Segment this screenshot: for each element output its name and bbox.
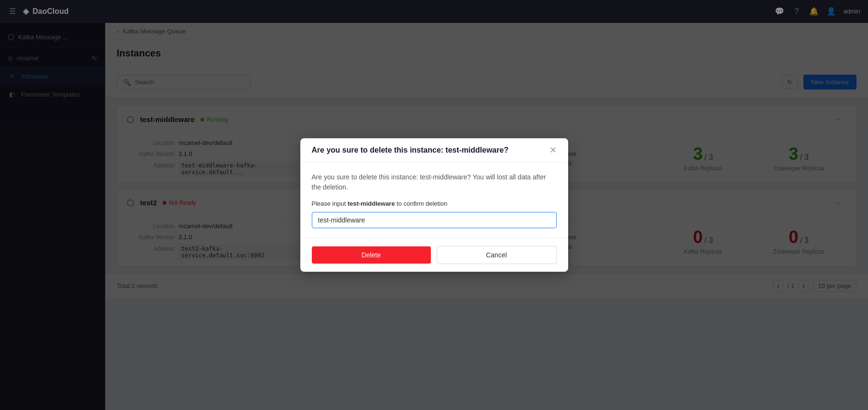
modal-body: Are you sure to delete this instance: te…: [300, 163, 568, 238]
delete-button[interactable]: Delete: [312, 246, 431, 264]
confirm-prefix: Please input: [312, 200, 348, 207]
modal-header: Are you sure to delete this instance: te…: [300, 138, 568, 163]
confirm-suffix: to confirm deletion: [395, 200, 448, 207]
modal-description: Are you sure to delete this instance: te…: [312, 172, 557, 192]
modal-confirm-text: Please input test-middleware to confirm …: [312, 200, 557, 207]
delete-confirm-modal: Are you sure to delete this instance: te…: [300, 138, 568, 272]
modal-overlay: Are you sure to delete this instance: te…: [0, 0, 868, 410]
confirm-input[interactable]: [312, 212, 557, 228]
modal-footer: Delete Cancel: [300, 238, 568, 272]
modal-title: Are you sure to delete this instance: te…: [312, 146, 509, 155]
cancel-button[interactable]: Cancel: [437, 246, 557, 264]
modal-close-button[interactable]: ✕: [549, 146, 557, 155]
confirm-name: test-middleware: [348, 200, 395, 207]
